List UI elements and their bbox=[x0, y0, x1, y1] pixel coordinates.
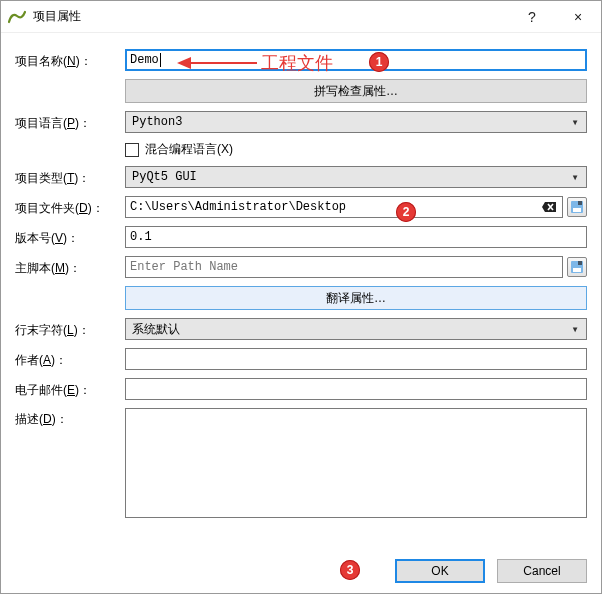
svg-rect-1 bbox=[573, 208, 581, 212]
annotation-badge-3: 3 bbox=[340, 560, 360, 580]
cancel-button[interactable]: Cancel bbox=[497, 559, 587, 583]
project-language-select[interactable]: Python3 ▾ bbox=[125, 111, 587, 133]
eol-select[interactable]: 系统默认 ▾ bbox=[125, 318, 587, 340]
version-input[interactable] bbox=[125, 226, 587, 248]
eol-value: 系统默认 bbox=[132, 321, 568, 338]
email-input[interactable] bbox=[125, 378, 587, 400]
mixed-language-label: 混合编程语言(X) bbox=[145, 141, 233, 158]
version-label: 版本号(V)： bbox=[15, 227, 125, 247]
app-icon bbox=[7, 7, 27, 27]
project-language-value: Python3 bbox=[132, 115, 568, 129]
help-button[interactable]: ? bbox=[509, 1, 555, 33]
chevron-down-icon: ▾ bbox=[568, 322, 582, 337]
project-folder-input[interactable]: C:\Users\Administrator\Desktop bbox=[125, 196, 563, 218]
name-label: 项目名称(N)： bbox=[15, 50, 125, 70]
email-label: 电子邮件(E)： bbox=[15, 379, 125, 399]
description-textarea[interactable] bbox=[125, 408, 587, 518]
project-name-input[interactable]: Demo bbox=[125, 49, 587, 71]
project-type-select[interactable]: PyQt5 GUI ▾ bbox=[125, 166, 587, 188]
eol-label: 行末字符(L)： bbox=[15, 319, 125, 339]
mainscript-label: 主脚本(M)： bbox=[15, 257, 125, 277]
project-type-value: PyQt5 GUI bbox=[132, 170, 568, 184]
checkbox-box-icon bbox=[125, 143, 139, 157]
translation-properties-button[interactable]: 翻译属性… bbox=[125, 286, 587, 310]
browse-folder-button[interactable] bbox=[567, 197, 587, 217]
svg-rect-4 bbox=[573, 268, 581, 272]
chevron-down-icon: ▾ bbox=[568, 115, 582, 130]
ok-button[interactable]: OK bbox=[395, 559, 485, 583]
author-input[interactable] bbox=[125, 348, 587, 370]
project-name-value: Demo bbox=[130, 53, 159, 67]
author-label: 作者(A)： bbox=[15, 349, 125, 369]
description-label: 描述(D)： bbox=[15, 408, 125, 428]
language-label: 项目语言(P)： bbox=[15, 112, 125, 132]
clear-input-icon[interactable] bbox=[540, 199, 558, 215]
content-area: 项目名称(N)： Demo 拼写检查属性… 项目语言(P)： Python3 ▾ bbox=[1, 33, 601, 518]
svg-rect-2 bbox=[578, 201, 582, 205]
titlebar: 项目属性 ? × bbox=[1, 1, 601, 33]
browse-script-button[interactable] bbox=[567, 257, 587, 277]
main-script-input[interactable] bbox=[125, 256, 563, 278]
spellcheck-properties-button[interactable]: 拼写检查属性… bbox=[125, 79, 587, 103]
close-button[interactable]: × bbox=[555, 1, 601, 33]
chevron-down-icon: ▾ bbox=[568, 170, 582, 185]
mixed-language-checkbox[interactable]: 混合编程语言(X) bbox=[125, 141, 233, 158]
window-title: 项目属性 bbox=[33, 8, 509, 25]
svg-rect-5 bbox=[578, 261, 582, 265]
type-label: 项目类型(T)： bbox=[15, 167, 125, 187]
dialog-footer: OK Cancel bbox=[395, 559, 587, 583]
folder-label: 项目文件夹(D)： bbox=[15, 197, 125, 217]
project-folder-value: C:\Users\Administrator\Desktop bbox=[130, 200, 540, 214]
